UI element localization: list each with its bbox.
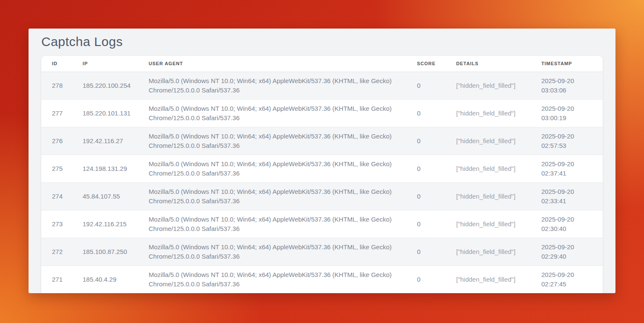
cell-details: ["hidden_field_filled"] bbox=[446, 238, 531, 265]
column-header-ip: IP bbox=[72, 56, 138, 72]
cell-details: ["hidden_field_filled"] bbox=[446, 210, 531, 238]
cell-user_agent: Mozilla/5.0 (Windows NT 10.0; Win64; x64… bbox=[138, 99, 406, 127]
cell-id: 277 bbox=[41, 99, 72, 127]
table-row: 271185.40.4.29Mozilla/5.0 (Windows NT 10… bbox=[41, 265, 603, 293]
cell-score: 0 bbox=[406, 210, 446, 238]
logs-table-body: 278185.220.100.254Mozilla/5.0 (Windows N… bbox=[41, 72, 603, 293]
cell-details: ["hidden_field_filled"] bbox=[446, 127, 531, 155]
cell-id: 273 bbox=[41, 210, 72, 238]
cell-id: 276 bbox=[41, 127, 72, 155]
logs-table-header: IDIPUSER AGENTSCOREDETAILSTIMESTAMP bbox=[41, 56, 603, 72]
cell-id: 275 bbox=[41, 155, 72, 182]
cell-score: 0 bbox=[406, 265, 446, 293]
table-row: 273192.42.116.215Mozilla/5.0 (Windows NT… bbox=[41, 210, 603, 238]
cell-user_agent: Mozilla/5.0 (Windows NT 10.0; Win64; x64… bbox=[138, 238, 406, 265]
cell-user_agent: Mozilla/5.0 (Windows NT 10.0; Win64; x64… bbox=[138, 127, 406, 155]
cell-details: ["hidden_field_filled"] bbox=[446, 99, 531, 127]
cell-score: 0 bbox=[406, 127, 446, 155]
cell-user_agent: Mozilla/5.0 (Windows NT 10.0; Win64; x64… bbox=[138, 265, 406, 293]
cell-details: ["hidden_field_filled"] bbox=[446, 155, 531, 182]
cell-user_agent: Mozilla/5.0 (Windows NT 10.0; Win64; x64… bbox=[138, 182, 406, 210]
column-header-user_agent: USER AGENT bbox=[138, 56, 406, 72]
cell-user_agent: Mozilla/5.0 (Windows NT 10.0; Win64; x64… bbox=[138, 210, 406, 238]
cell-id: 272 bbox=[41, 238, 72, 265]
cell-timestamp: 2025-09-20 02:57:53 bbox=[531, 127, 603, 155]
cell-score: 0 bbox=[406, 72, 446, 99]
cell-timestamp: 2025-09-20 02:33:41 bbox=[531, 182, 603, 210]
cell-timestamp: 2025-09-20 02:27:45 bbox=[531, 265, 603, 293]
column-header-details: DETAILS bbox=[446, 56, 531, 72]
cell-timestamp: 2025-09-20 02:29:40 bbox=[531, 238, 603, 265]
cell-score: 0 bbox=[406, 182, 446, 210]
cell-ip: 124.198.131.29 bbox=[72, 155, 138, 182]
cell-ip: 185.100.87.250 bbox=[72, 238, 138, 265]
cell-details: ["hidden_field_filled"] bbox=[446, 182, 531, 210]
cell-score: 0 bbox=[406, 238, 446, 265]
table-row: 272185.100.87.250Mozilla/5.0 (Windows NT… bbox=[41, 238, 603, 265]
cell-ip: 185.220.100.254 bbox=[72, 72, 138, 99]
cell-id: 274 bbox=[41, 182, 72, 210]
cell-ip: 45.84.107.55 bbox=[72, 182, 138, 210]
cell-timestamp: 2025-09-20 02:30:40 bbox=[531, 210, 603, 238]
table-row: 276192.42.116.27Mozilla/5.0 (Windows NT … bbox=[41, 127, 603, 155]
cell-ip: 192.42.116.215 bbox=[72, 210, 138, 238]
logs-table: IDIPUSER AGENTSCOREDETAILSTIMESTAMP 2781… bbox=[41, 56, 603, 293]
cell-ip: 185.220.101.131 bbox=[72, 99, 138, 127]
table-row: 278185.220.100.254Mozilla/5.0 (Windows N… bbox=[41, 72, 603, 99]
table-row: 27445.84.107.55Mozilla/5.0 (Windows NT 1… bbox=[41, 182, 603, 210]
cell-score: 0 bbox=[406, 155, 446, 182]
captcha-logs-panel: Captcha Logs IDIPUSER AGENTSCOREDETAILST… bbox=[29, 29, 615, 293]
table-row: 275124.198.131.29Mozilla/5.0 (Windows NT… bbox=[41, 155, 603, 182]
header-row: IDIPUSER AGENTSCOREDETAILSTIMESTAMP bbox=[41, 56, 603, 72]
cell-user_agent: Mozilla/5.0 (Windows NT 10.0; Win64; x64… bbox=[138, 155, 406, 182]
cell-timestamp: 2025-09-20 03:00:19 bbox=[531, 99, 603, 127]
page-title: Captcha Logs bbox=[29, 29, 615, 56]
cell-ip: 192.42.116.27 bbox=[72, 127, 138, 155]
cell-score: 0 bbox=[406, 99, 446, 127]
cell-user_agent: Mozilla/5.0 (Windows NT 10.0; Win64; x64… bbox=[138, 72, 406, 99]
table-row: 277185.220.101.131Mozilla/5.0 (Windows N… bbox=[41, 99, 603, 127]
cell-timestamp: 2025-09-20 03:03:06 bbox=[531, 72, 603, 99]
column-header-id: ID bbox=[41, 56, 72, 72]
cell-id: 271 bbox=[41, 265, 72, 293]
cell-details: ["hidden_field_filled"] bbox=[446, 72, 531, 99]
cell-details: ["hidden_field_filled"] bbox=[446, 265, 531, 293]
logs-table-container: IDIPUSER AGENTSCOREDETAILSTIMESTAMP 2781… bbox=[41, 56, 603, 293]
cell-ip: 185.40.4.29 bbox=[72, 265, 138, 293]
column-header-timestamp: TIMESTAMP bbox=[531, 56, 603, 72]
column-header-score: SCORE bbox=[406, 56, 446, 72]
cell-timestamp: 2025-09-20 02:37:41 bbox=[531, 155, 603, 182]
cell-id: 278 bbox=[41, 72, 72, 99]
